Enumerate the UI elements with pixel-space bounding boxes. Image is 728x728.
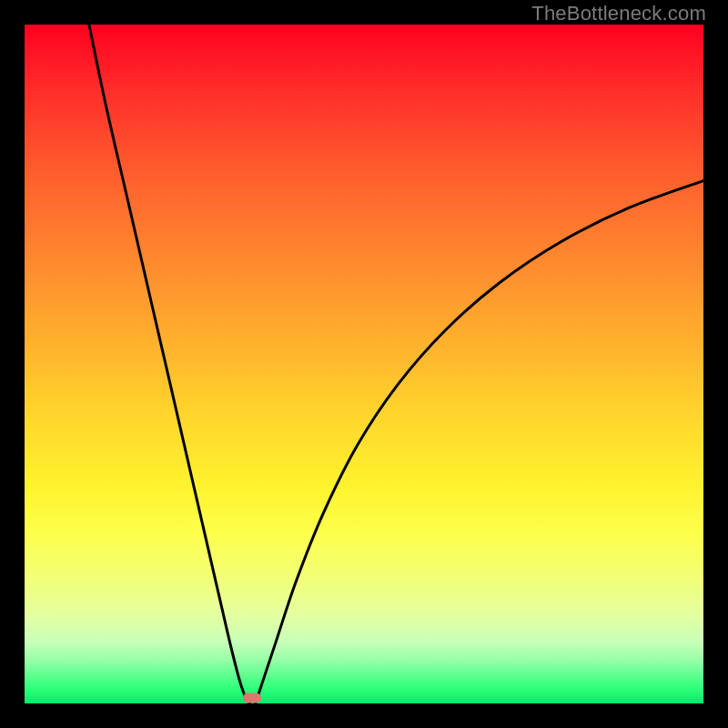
minimum-marker: [243, 693, 261, 703]
curve-left-branch: [89, 25, 250, 703]
watermark-text: TheBottleneck.com: [531, 2, 706, 25]
chart-frame: TheBottleneck.com: [0, 0, 728, 728]
curve-svg: [25, 25, 703, 703]
curve-right-branch: [256, 181, 703, 703]
plot-area: [25, 25, 703, 703]
